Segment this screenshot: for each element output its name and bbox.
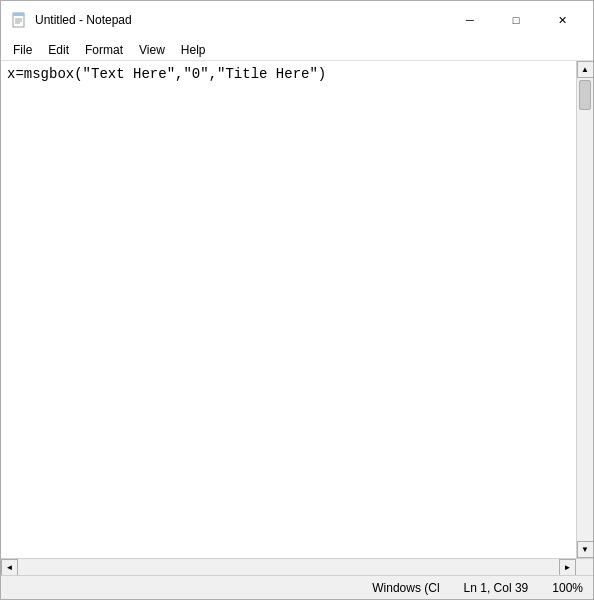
- text-area-wrapper: [1, 61, 576, 558]
- window-title: Untitled - Notepad: [35, 13, 132, 27]
- scrollbar-track-vertical[interactable]: [577, 78, 593, 541]
- menu-edit[interactable]: Edit: [40, 41, 77, 59]
- notepad-icon: [11, 12, 27, 28]
- minimize-button[interactable]: ─: [447, 1, 493, 39]
- scrollbar-horizontal: ◄ ►: [1, 558, 593, 575]
- menu-view[interactable]: View: [131, 41, 173, 59]
- menu-file[interactable]: File: [5, 41, 40, 59]
- title-bar: Untitled - Notepad ─ □ ✕: [1, 1, 593, 39]
- status-encoding: Windows (Cl: [372, 581, 439, 595]
- scrollbar-corner: [576, 559, 593, 576]
- scroll-up-button[interactable]: ▲: [577, 61, 594, 78]
- scrollbar-thumb-vertical[interactable]: [579, 80, 591, 110]
- scroll-right-button[interactable]: ►: [559, 559, 576, 576]
- editor-area: ▲ ▼: [1, 61, 593, 558]
- maximize-button[interactable]: □: [493, 1, 539, 39]
- close-button[interactable]: ✕: [539, 1, 585, 39]
- scroll-down-button[interactable]: ▼: [577, 541, 594, 558]
- window-controls: ─ □ ✕: [447, 1, 585, 39]
- svg-rect-1: [13, 13, 24, 16]
- menu-help[interactable]: Help: [173, 41, 214, 59]
- scroll-left-button[interactable]: ◄: [1, 559, 18, 576]
- menu-bar: File Edit Format View Help: [1, 39, 593, 61]
- text-editor[interactable]: [1, 61, 576, 558]
- status-position: Ln 1, Col 39: [464, 581, 529, 595]
- status-zoom: 100%: [552, 581, 583, 595]
- scrollbar-vertical: ▲ ▼: [576, 61, 593, 558]
- notepad-window: Untitled - Notepad ─ □ ✕ File Edit Forma…: [0, 0, 594, 600]
- title-bar-left: Untitled - Notepad: [11, 12, 132, 28]
- scrollbar-track-horizontal[interactable]: [18, 559, 559, 575]
- status-bar: Windows (Cl Ln 1, Col 39 100%: [1, 575, 593, 599]
- menu-format[interactable]: Format: [77, 41, 131, 59]
